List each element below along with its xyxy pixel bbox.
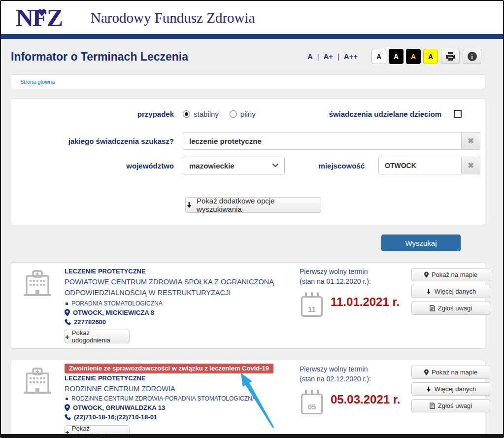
report-issue-button[interactable]: Zgłoś uwagi bbox=[411, 302, 490, 315]
calendar-icon: 05 bbox=[301, 390, 323, 414]
page-title: Informator o Terminach Leczenia bbox=[11, 50, 188, 64]
header-divider-bar bbox=[1, 34, 503, 39]
button-label: Zgłoś uwagi bbox=[438, 402, 472, 409]
provider-name: POWIATOWE CENTRUM ZDROWIA SPÓŁKA Z OGRAN… bbox=[65, 276, 301, 298]
search-form: przypadek stabilny pilny świadczenia udz… bbox=[11, 98, 485, 225]
more-data-button[interactable]: Więcej danych bbox=[411, 382, 490, 396]
site-header: NFZ ♥ Narodowy Fundusz Zdrowia bbox=[1, 1, 503, 34]
service-search-input[interactable] bbox=[183, 132, 462, 150]
service-clear-button[interactable]: ✖ bbox=[462, 132, 480, 150]
address-row: OTWOCK, MICKIEWICZA 8 bbox=[65, 309, 301, 316]
phone-text: 227782600 bbox=[74, 318, 106, 326]
covid-exemption-badge: Zwolnienie ze sprawozdawczości w związku… bbox=[65, 364, 273, 373]
info-icon: i bbox=[468, 52, 477, 61]
button-label: Więcej danych bbox=[435, 385, 476, 393]
city-clear-button[interactable]: ✖ bbox=[462, 157, 480, 174]
radio-pilny-label[interactable]: pilny bbox=[240, 110, 256, 118]
address-text: OTWOCK, GRUNWALDZKA 13 bbox=[73, 404, 165, 411]
address-text: OTWOCK, MICKIEWICZA 8 bbox=[73, 309, 154, 316]
hospital-icon bbox=[22, 270, 53, 298]
print-button[interactable] bbox=[441, 49, 460, 64]
printer-icon bbox=[446, 52, 455, 61]
result-card: Zwolnienie ze sprawozdawczości w związku… bbox=[11, 360, 485, 438]
radio-pilny[interactable] bbox=[230, 110, 237, 118]
button-label: Pokaż udogodnienia bbox=[72, 329, 129, 344]
button-label: Pokaż na mapie bbox=[432, 369, 477, 376]
service-search-label: jakiego świadczenia szukasz? bbox=[11, 137, 174, 145]
phone-icon bbox=[65, 319, 71, 325]
more-data-button[interactable]: Więcej danych bbox=[411, 285, 490, 298]
case-label: przypadek bbox=[11, 110, 174, 118]
accessibility-toolbar: A | A+ | A++ A A A A i bbox=[303, 48, 481, 65]
map-pin-icon bbox=[424, 271, 429, 278]
page-frame: NFZ ♥ Narodowy Fundusz Zdrowia Informato… bbox=[0, 0, 504, 438]
show-amenities-button[interactable]: + Pokaż udogodnienia bbox=[65, 330, 130, 343]
breadcrumb-home-link[interactable]: Strona główna bbox=[20, 79, 55, 85]
unit-row: PORADNIA STOMATOLOGICZNA bbox=[65, 300, 301, 307]
provider-name: RODZINNE CENTRUM ZDROWIA bbox=[65, 383, 301, 394]
unit-row: RODZINNE CENTRUM ZDROWIA-PORADNIA STOMAT… bbox=[65, 395, 301, 402]
map-pin-icon bbox=[424, 369, 429, 375]
phone-row: (22)710-18-16;(22)710-18-01 bbox=[65, 413, 301, 421]
contrast-black-yellow-button[interactable]: A bbox=[406, 49, 421, 64]
phone-text: (22)710-18-16;(22)710-18-01 bbox=[74, 413, 157, 421]
radio-stabilny-label[interactable]: stabilny bbox=[194, 110, 219, 118]
arrow-down-icon bbox=[426, 289, 432, 295]
first-free-term: Pierwszy wolny termin (stan na 02.12.202… bbox=[300, 364, 371, 384]
more-search-options-button[interactable]: Pokaż dodatkowe opcje wyszukiwania bbox=[185, 197, 321, 213]
contrast-yellow-black-button[interactable]: A bbox=[423, 49, 438, 64]
result-card: LECZENIE PROTETYCZNE POWIATOWE CENTRUM Z… bbox=[11, 262, 485, 349]
calendar-day: 11 bbox=[308, 305, 316, 315]
plus-icon: + bbox=[65, 333, 69, 341]
voivodeship-label: województwo bbox=[11, 162, 174, 170]
children-services-checkbox[interactable] bbox=[454, 110, 462, 118]
arrow-down-icon bbox=[186, 202, 193, 208]
show-on-map-button[interactable]: Pokaż na mapie bbox=[411, 268, 490, 281]
font-size-largest-button[interactable]: A++ bbox=[339, 52, 362, 61]
calendar-day: 05 bbox=[308, 403, 316, 413]
show-on-map-button[interactable]: Pokaż na mapie bbox=[411, 366, 490, 379]
unit-name: PORADNIA STOMATOLOGICZNA bbox=[71, 300, 163, 307]
unit-name: RODZINNE CENTRUM ZDROWIA-PORADNIA STOMAT… bbox=[71, 395, 256, 402]
children-services-label: świadczenia udzielane dzieciom bbox=[329, 110, 441, 118]
term-title: Pierwszy wolny termin bbox=[300, 364, 371, 374]
first-free-date: 05.03.2021 r. bbox=[331, 393, 400, 406]
contrast-black-white-button[interactable]: A bbox=[389, 49, 403, 64]
term-status: (stan na 02.12.2020 r.): bbox=[300, 374, 371, 384]
service-name: LECZENIE PROTETYCZNE bbox=[65, 374, 301, 382]
document-icon bbox=[430, 305, 435, 311]
bullet-square-icon bbox=[66, 303, 68, 305]
voivodeship-selected-value: mazowieckie bbox=[189, 162, 235, 170]
city-input[interactable] bbox=[378, 157, 462, 174]
phone-icon bbox=[65, 414, 71, 420]
phone-row: 227782600 bbox=[65, 318, 301, 326]
result-details: Zwolnienie ze sprawozdawczości w związku… bbox=[65, 364, 301, 423]
button-label: Wyszukaj bbox=[405, 239, 437, 247]
calendar-icon: 11 bbox=[301, 292, 323, 317]
case-radio-group: stabilny pilny bbox=[183, 110, 267, 118]
info-button[interactable]: i bbox=[463, 49, 481, 64]
nfz-logo[interactable]: NFZ ♥ Narodowy Fundusz Zdrowia bbox=[16, 4, 255, 32]
breadcrumb: Strona główna bbox=[11, 74, 485, 89]
result-actions: Pokaż na mapie Więcej danych Zgłoś uwagi bbox=[411, 366, 490, 412]
term-title: Pierwszy wolny termin bbox=[300, 267, 371, 276]
result-details: LECZENIE PROTETYCZNE POWIATOWE CENTRUM Z… bbox=[65, 268, 301, 328]
first-free-date: 11.01.2021 r. bbox=[331, 295, 400, 309]
search-button[interactable]: Wyszukaj bbox=[381, 235, 461, 251]
font-size-normal-button[interactable]: A bbox=[303, 52, 317, 61]
arrow-down-icon bbox=[426, 386, 432, 392]
address-row: OTWOCK, GRUNWALDZKA 13 bbox=[65, 404, 301, 411]
clear-x-icon: ✖ bbox=[468, 161, 474, 170]
button-label: Zgłoś uwagi bbox=[438, 304, 472, 312]
service-name: LECZENIE PROTETYCZNE bbox=[65, 268, 301, 275]
font-size-larger-button[interactable]: A+ bbox=[319, 52, 337, 61]
heart-icon: ♥ bbox=[37, 7, 46, 19]
bullet-square-icon bbox=[66, 398, 68, 400]
radio-stabilny[interactable] bbox=[183, 110, 190, 118]
report-issue-button[interactable]: Zgłoś uwagi bbox=[411, 399, 490, 412]
contrast-group: A A A A bbox=[369, 49, 438, 64]
contrast-default-button[interactable]: A bbox=[371, 49, 386, 64]
button-label: Pokaż dodatkowe opcje wyszukiwania bbox=[197, 197, 321, 213]
button-label: Pokaż na mapie bbox=[432, 271, 477, 278]
city-label: miejscowość bbox=[228, 162, 365, 170]
